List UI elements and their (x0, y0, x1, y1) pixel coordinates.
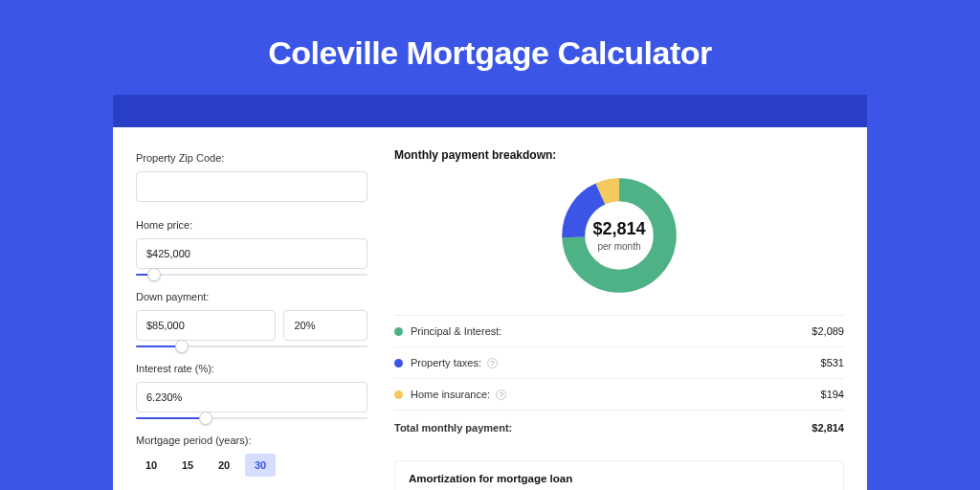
down-payment-slider[interactable] (136, 340, 368, 353)
home-price-slider[interactable] (136, 268, 368, 281)
results-panel: Monthly payment breakdown: $2,814 per mo… (394, 148, 844, 490)
total-label: Total monthly payment: (394, 422, 512, 434)
info-icon[interactable]: ? (487, 358, 498, 368)
zip-label: Property Zip Code: (136, 152, 368, 164)
legend-value: $194 (821, 389, 844, 400)
interest-rate-input[interactable] (136, 382, 368, 412)
interest-rate-slider[interactable] (136, 412, 368, 425)
calculator-card: Property Zip Code: Home price: Down paym… (113, 127, 867, 490)
mortgage-period-group: 10152030 (136, 454, 368, 477)
payment-donut-chart: $2,814 per month (559, 175, 679, 296)
amortization-title: Amortization for mortgage loan (409, 473, 830, 484)
legend-row: Property taxes:?$531 (394, 346, 844, 378)
legend-value: $2,089 (812, 325, 844, 337)
legend-row: Principal & Interest:$2,089 (394, 315, 844, 346)
down-payment-pct-input[interactable] (283, 310, 368, 341)
home-price-input[interactable] (136, 238, 368, 269)
period-option-20[interactable]: 20 (209, 454, 239, 477)
zip-input[interactable] (136, 171, 368, 202)
amortization-box: Amortization for mortgage loan Amortizat… (394, 460, 844, 490)
period-option-15[interactable]: 15 (172, 454, 203, 477)
donut-sub: per month (597, 241, 640, 252)
legend-label: Property taxes: (411, 357, 481, 368)
down-payment-input[interactable] (136, 310, 276, 341)
period-option-10[interactable]: 10 (136, 454, 167, 477)
inputs-panel: Property Zip Code: Home price: Down paym… (136, 148, 368, 490)
legend-value: $531 (821, 357, 844, 368)
interest-rate-label: Interest rate (%): (136, 363, 368, 374)
legend-row: Home insurance:?$194 (394, 378, 844, 410)
legend-dot (394, 327, 403, 336)
legend-dot (394, 390, 403, 399)
down-payment-label: Down payment: (136, 291, 368, 302)
total-value: $2,814 (812, 422, 844, 434)
home-price-label: Home price: (136, 219, 368, 231)
mortgage-period-label: Mortgage period (years): (136, 434, 368, 446)
donut-amount: $2,814 (592, 219, 645, 239)
info-icon[interactable]: ? (496, 390, 506, 400)
page-title: Coleville Mortgage Calculator (0, 0, 980, 95)
legend-label: Principal & Interest: (411, 325, 501, 337)
breakdown-title: Monthly payment breakdown: (394, 148, 844, 162)
legend-dot (394, 359, 403, 368)
legend-label: Home insurance: (411, 389, 490, 400)
banner-strip (113, 95, 867, 127)
total-row: Total monthly payment: $2,814 (394, 410, 844, 445)
period-option-30[interactable]: 30 (245, 454, 276, 477)
